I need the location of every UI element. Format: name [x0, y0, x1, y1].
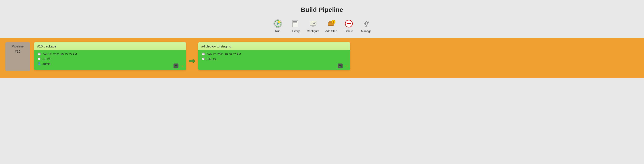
step-card-2-footer: ↪: [338, 64, 348, 68]
manage-icon: [361, 19, 371, 28]
svg-point-26: [366, 26, 367, 27]
step-card-2-console-btn[interactable]: [338, 64, 342, 68]
delete-label: Delete: [344, 29, 353, 33]
calendar-icon-2: [201, 52, 205, 56]
svg-rect-28: [38, 53, 40, 55]
step-card-2: #4 deploy to staging Feb 17, 2021 10:36:…: [198, 42, 350, 70]
toolbar: Run History: [270, 17, 374, 34]
pipeline-area: Pipeline #15 #15 package Feb 17, 2021 10…: [0, 38, 644, 78]
step-card-2-duration: 0.65 秒: [206, 57, 216, 61]
step-card-1: #15 package Feb 17, 2021 10:35:55 PM 5.1…: [34, 42, 186, 70]
step-card-2-body: Feb 17, 2021 10:36:07 PM 0.65 秒 ↪: [198, 50, 350, 70]
svg-rect-39: [202, 53, 204, 55]
user-icon: [37, 62, 41, 66]
delete-button[interactable]: Delete: [341, 17, 356, 34]
step-card-1-header: #15 package: [34, 42, 186, 50]
calendar-icon: [37, 52, 41, 56]
svg-rect-6: [293, 24, 296, 24]
arrow-right-icon: [189, 58, 196, 66]
configure-button[interactable]: Configure: [305, 17, 321, 34]
pipeline-sidebar-label: Pipeline: [12, 44, 24, 48]
svg-rect-5: [293, 22, 297, 23]
steps-area: #15 package Feb 17, 2021 10:35:55 PM 5.1…: [34, 42, 639, 70]
manage-button[interactable]: Manage: [359, 17, 374, 34]
history-label: History: [291, 29, 300, 33]
manage-label: Manage: [361, 29, 372, 33]
svg-rect-42: [204, 53, 204, 53]
configure-icon: [308, 19, 318, 28]
svg-rect-4: [293, 21, 297, 22]
svg-point-35: [38, 62, 40, 64]
configure-label: Configure: [307, 29, 319, 33]
clock-icon-2: [201, 57, 205, 61]
svg-rect-30: [38, 53, 39, 53]
step-card-1-date-row: Feb 17, 2021 10:35:55 PM: [37, 52, 183, 56]
add-step-button[interactable]: Add Step: [323, 17, 339, 34]
run-label: Run: [275, 29, 280, 33]
svg-line-27: [367, 23, 368, 25]
step-card-2-header: #4 deploy to staging: [198, 42, 350, 50]
step-card-1-console-btn[interactable]: [174, 64, 178, 68]
pipeline-sidebar-number: #15: [15, 49, 20, 53]
svg-rect-41: [202, 53, 203, 53]
step-card-2-duration-row: 0.65 秒: [201, 57, 347, 61]
step-card-2-date: Feb 17, 2021 10:36:07 PM: [206, 53, 241, 56]
page-title: Build Pipeline: [301, 6, 343, 13]
svg-rect-7: [310, 21, 316, 25]
history-button[interactable]: History: [288, 17, 303, 34]
clock-icon: [37, 57, 41, 61]
delete-icon: [344, 19, 354, 28]
step-card-1-user: admin: [42, 62, 50, 66]
svg-rect-31: [39, 53, 40, 53]
step-card-1-user-row: admin: [37, 62, 183, 66]
step-card-1-date: Feb 17, 2021 10:35:55 PM: [42, 53, 77, 56]
step-card-1-duration: 5.1 秒: [42, 57, 50, 61]
step-card-1-duration-row: 5.1 秒: [37, 57, 183, 61]
add-step-icon: [326, 19, 336, 28]
svg-marker-38: [189, 59, 195, 63]
step-card-2-share-btn[interactable]: ↪: [344, 64, 348, 68]
svg-point-24: [364, 23, 366, 24]
step-card-1-share-btn[interactable]: ↪: [179, 64, 184, 68]
run-button[interactable]: Run: [270, 17, 285, 34]
step-card-1-footer: ↪: [174, 64, 184, 68]
run-icon: [273, 19, 283, 28]
step-arrow-connector: [186, 58, 198, 66]
add-step-label: Add Step: [325, 29, 337, 33]
step-card-1-body: Feb 17, 2021 10:35:55 PM 5.1 秒 admin: [34, 50, 186, 70]
step-card-2-date-row: Feb 17, 2021 10:36:07 PM: [201, 52, 347, 56]
history-icon: [290, 19, 300, 28]
pipeline-sidebar: Pipeline #15: [5, 42, 30, 71]
